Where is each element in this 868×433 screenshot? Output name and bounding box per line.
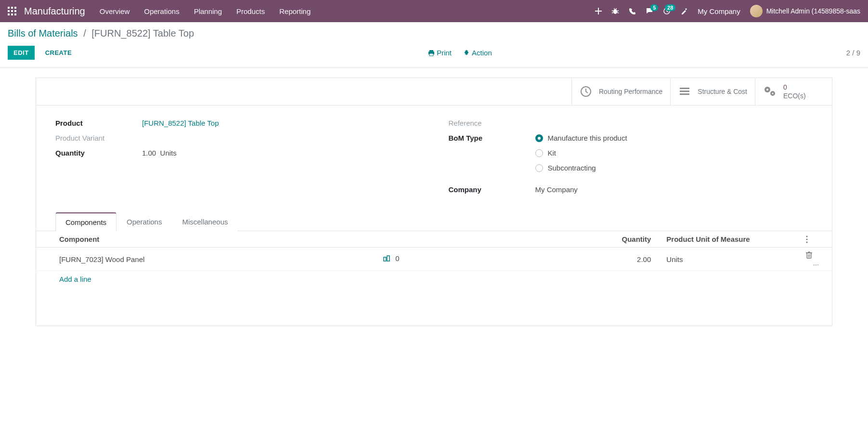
variant-value <box>142 134 420 142</box>
product-link[interactable]: [FURN_8522] Table Top <box>142 119 219 127</box>
svg-rect-4 <box>11 10 13 12</box>
svg-point-30 <box>772 93 774 94</box>
phone-icon[interactable] <box>629 8 636 15</box>
nav-overview[interactable]: Overview <box>100 7 130 15</box>
svg-rect-35 <box>387 256 389 261</box>
nav-operations[interactable]: Operations <box>144 7 179 15</box>
bomtype-kit[interactable]: Kit <box>535 149 813 157</box>
svg-rect-19 <box>429 50 433 52</box>
row-uom: Units <box>657 248 800 271</box>
messaging-icon[interactable]: 5 <box>646 7 653 15</box>
svg-line-13 <box>617 11 619 11</box>
user-menu[interactable]: Mitchell Admin (14589858-saas <box>750 5 860 17</box>
tab-components-content: Component Quantity Product Unit of Measu… <box>36 231 832 326</box>
svg-rect-10 <box>595 11 602 12</box>
product-label: Product <box>55 119 142 127</box>
table-row[interactable]: [FURN_7023] Wood Panel 0 2.00 Units ... <box>36 248 832 271</box>
svg-point-32 <box>806 238 807 240</box>
create-button[interactable]: CREATE <box>43 46 74 60</box>
form-sheet: Routing Performance Structure & Cost 0EC… <box>36 78 832 326</box>
th-qty: Quantity <box>577 231 657 248</box>
radio-unchecked-icon <box>535 149 543 157</box>
nav-planning[interactable]: Planning <box>194 7 222 15</box>
th-options[interactable] <box>800 231 832 248</box>
reference-value <box>535 119 813 127</box>
username: Mitchell Admin (14589858-saas <box>766 7 860 15</box>
apps-icon[interactable] <box>8 7 16 15</box>
form-right: Reference BoM Type Manufacture this prod… <box>449 119 813 200</box>
avatar <box>750 5 763 17</box>
breadcrumb: Bills of Materials / [FURN_8522] Table T… <box>8 28 860 39</box>
messaging-badge: 5 <box>650 4 658 11</box>
company-value: My Company <box>535 185 813 194</box>
radio-unchecked-icon <box>535 164 543 172</box>
svg-rect-0 <box>8 7 10 9</box>
tab-components[interactable]: Components <box>55 212 117 231</box>
svg-point-16 <box>614 8 615 9</box>
cogs-icon <box>763 85 777 98</box>
form-left: Product [FURN_8522] Table Top Product Va… <box>55 119 420 200</box>
stat-structure[interactable]: Structure & Cost <box>670 78 755 105</box>
bomtype-manufacture[interactable]: Manufacture this product <box>535 134 813 142</box>
breadcrumb-current: [FURN_8522] Table Top <box>91 28 194 39</box>
tab-misc[interactable]: Miscellaneous <box>172 212 238 231</box>
bomtype-group: Manufacture this product Kit Subcontract… <box>535 134 813 179</box>
app-name[interactable]: Manufacturing <box>24 6 85 17</box>
svg-point-17 <box>616 8 617 9</box>
pager[interactable]: 2 / 9 <box>846 49 860 57</box>
svg-rect-36 <box>807 253 811 258</box>
row-delete[interactable]: ... <box>800 248 832 271</box>
company-selector[interactable]: My Company <box>698 7 740 15</box>
bug-icon[interactable] <box>611 7 619 15</box>
svg-rect-3 <box>8 10 10 12</box>
components-table: Component Quantity Product Unit of Measu… <box>36 231 832 271</box>
row-qty: 2.00 <box>577 248 657 271</box>
breadcrumb-root[interactable]: Bills of Materials <box>8 28 78 39</box>
variant-label: Product Variant <box>55 134 142 142</box>
stat-routing[interactable]: Routing Performance <box>571 78 670 105</box>
nav-links: Overview Operations Planning Products Re… <box>100 7 311 15</box>
svg-line-15 <box>617 13 619 13</box>
svg-rect-5 <box>14 10 16 12</box>
stat-eco[interactable]: 0ECO(s) <box>755 78 832 105</box>
th-component: Component <box>36 231 370 248</box>
print-button[interactable]: Print <box>428 49 452 57</box>
tools-icon[interactable] <box>680 7 688 15</box>
svg-rect-2 <box>14 7 16 9</box>
svg-rect-1 <box>11 7 13 9</box>
svg-rect-8 <box>14 13 16 15</box>
nav-reporting[interactable]: Reporting <box>279 7 311 15</box>
breadcrumb-sep: / <box>83 28 86 39</box>
svg-rect-26 <box>680 93 689 95</box>
gear-icon <box>463 50 470 56</box>
action-button[interactable]: Action <box>463 49 492 57</box>
company-label: Company <box>449 185 535 194</box>
edit-button[interactable]: EDIT <box>8 46 35 60</box>
svg-rect-6 <box>8 13 10 15</box>
tabs: Components Operations Miscellaneous <box>36 212 832 231</box>
th-uom: Product Unit of Measure <box>657 231 800 248</box>
tab-operations[interactable]: Operations <box>117 212 172 231</box>
svg-line-12 <box>612 11 613 11</box>
activities-icon[interactable]: 28 <box>663 7 671 15</box>
bomtype-subcontracting[interactable]: Subcontracting <box>535 164 813 172</box>
add-line-link[interactable]: Add a line <box>36 271 832 287</box>
print-icon <box>428 50 435 56</box>
component-name: [FURN_7023] Wood Panel <box>59 255 144 263</box>
svg-point-33 <box>806 241 807 243</box>
reference-label: Reference <box>449 119 535 127</box>
activities-badge: 28 <box>665 4 675 11</box>
qty-label: Quantity <box>55 149 142 157</box>
qty-value: 1.00 Units <box>142 149 420 157</box>
svg-point-31 <box>806 236 807 237</box>
svg-rect-34 <box>384 257 386 261</box>
top-navbar: Manufacturing Overview Operations Planni… <box>0 0 868 22</box>
navbar-right: 5 28 My Company Mitchell Admin (14589858… <box>595 5 860 17</box>
nav-products[interactable]: Products <box>236 7 265 15</box>
forecast-icon[interactable] <box>383 254 390 262</box>
stat-buttons: Routing Performance Structure & Cost 0EC… <box>36 78 832 105</box>
svg-rect-25 <box>680 91 689 92</box>
plus-icon[interactable] <box>595 8 602 14</box>
clock-icon <box>580 85 592 98</box>
bomtype-label: BoM Type <box>449 134 535 142</box>
